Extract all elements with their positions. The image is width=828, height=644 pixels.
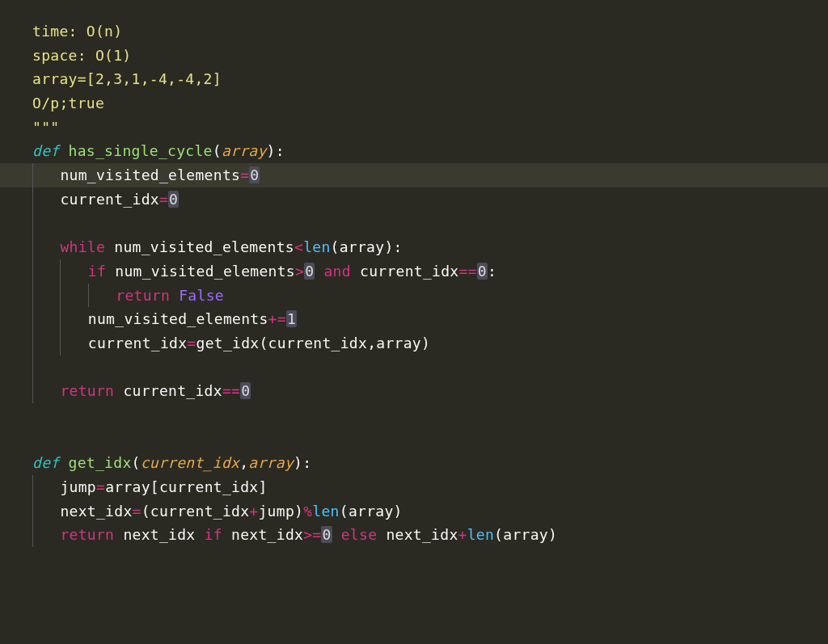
const-false: False — [179, 287, 224, 304]
builtin-len: len — [312, 503, 339, 520]
number-zero: 0 — [168, 191, 179, 208]
op-plus: + — [458, 526, 467, 543]
code-line: return current_idx==0 — [32, 379, 812, 403]
number-zero: 0 — [304, 263, 315, 280]
func-def-line: def get_idx(current_idx,array): — [32, 451, 812, 475]
docstring-text: O/p;true — [32, 95, 104, 112]
docstring-quotes: """ — [32, 119, 59, 136]
ident-num-visited: num_visited_elements — [60, 166, 240, 183]
keyword-if: if — [88, 263, 106, 280]
op-mod: % — [303, 503, 312, 520]
ident-jump: jump — [60, 478, 96, 495]
ident-next-idx: next_idx — [60, 503, 132, 520]
docstring-line: O/p;true — [32, 91, 812, 116]
active-line: num_visited_elements=0 — [0, 163, 828, 187]
docstring-line: time: O(n) — [32, 19, 812, 44]
ident-current-idx: current_idx — [60, 191, 159, 208]
code-line: next_idx=(current_idx+jump)%len(array) — [32, 499, 812, 524]
op-plus: + — [249, 503, 258, 520]
code-line: return next_idx if next_idx>=0 else next… — [32, 523, 812, 547]
number-one: 1 — [286, 310, 297, 327]
keyword-while: while — [60, 238, 105, 255]
call-get-idx: get_idx — [196, 335, 260, 351]
number-zero: 0 — [477, 263, 488, 280]
param-array: array — [222, 142, 267, 159]
code-line: jump=array[current_idx] — [32, 475, 812, 499]
keyword-def: def — [32, 454, 59, 471]
keyword-return: return — [60, 526, 114, 543]
number-zero: 0 — [321, 526, 332, 543]
number-zero: 0 — [240, 382, 251, 399]
op-assign: = — [159, 191, 168, 208]
code-line: if num_visited_elements>0 and current_id… — [32, 259, 812, 284]
op-eq: == — [222, 382, 240, 399]
number-zero: 0 — [249, 166, 260, 183]
docstring-text: space: O(1) — [32, 47, 132, 64]
docstring-text: time: O(n) — [32, 23, 122, 40]
keyword-return: return — [60, 382, 114, 399]
keyword-if: if — [205, 526, 222, 543]
code-editor[interactable]: time: O(n) space: O(1) array=[2,3,1,-4,-… — [32, 19, 812, 547]
builtin-len: len — [303, 238, 330, 255]
keyword-and: and — [323, 263, 350, 280]
docstring-line: array=[2,3,1,-4,-4,2] — [32, 67, 812, 91]
code-line: current_idx=0 — [32, 187, 812, 212]
op-gt: > — [295, 263, 304, 280]
param-current-idx: current_idx — [141, 454, 240, 471]
op-plus-assign: += — [268, 310, 286, 327]
code-line: return False — [32, 284, 812, 308]
op-ge: >= — [303, 526, 321, 543]
code-line: current_idx=get_idx(current_idx,array) — [32, 331, 812, 356]
func-name: get_idx — [69, 454, 132, 471]
code-line: while num_visited_elements<len(array): — [32, 235, 812, 259]
func-def-line: def has_single_cycle(array): — [32, 139, 812, 163]
docstring-line: space: O(1) — [32, 44, 812, 68]
blank-line — [32, 356, 812, 380]
code-line: num_visited_elements+=1 — [32, 307, 812, 331]
op-eq: == — [459, 263, 477, 280]
func-name: has_single_cycle — [69, 142, 213, 159]
builtin-len: len — [467, 526, 494, 543]
docstring-text: array=[2,3,1,-4,-4,2] — [32, 70, 222, 87]
docstring-close: """ — [32, 116, 812, 140]
blank-line — [32, 427, 812, 452]
keyword-def: def — [32, 142, 59, 159]
op-assign: = — [240, 166, 249, 183]
keyword-else: else — [341, 526, 378, 543]
param-array: array — [248, 454, 294, 471]
op-lt: < — [294, 238, 303, 255]
blank-line — [32, 403, 812, 427]
keyword-return: return — [116, 287, 170, 304]
blank-line — [32, 212, 812, 236]
